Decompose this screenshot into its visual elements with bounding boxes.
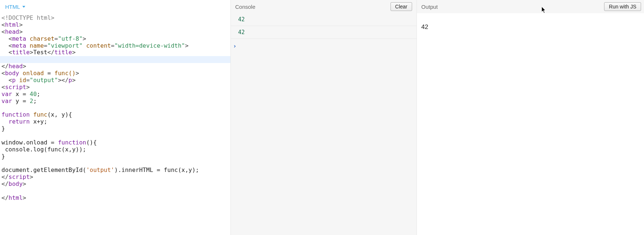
code-line: window.onload = function(){: [1, 139, 229, 146]
code-line: <head>: [1, 29, 229, 36]
code-line: [1, 160, 229, 167]
code-line: <meta charset="utf-8">: [1, 36, 229, 43]
code-line: <html>: [1, 22, 229, 29]
output-header: Output Run with JS: [417, 0, 644, 13]
code-line: <script>: [1, 84, 229, 91]
chevron-down-icon: [22, 6, 25, 8]
code-line: var y = 2;: [1, 98, 229, 105]
editor-header: HTML: [0, 0, 230, 13]
code-line: <title>Test</title>: [1, 49, 229, 56]
editor-panel: HTML <!DOCTYPE html><html><head> <meta c…: [0, 0, 231, 235]
code-line: </html>: [1, 195, 229, 202]
output-body: 42: [417, 13, 644, 35]
code-line: }: [1, 125, 229, 132]
console-log-line: 42: [231, 26, 417, 39]
code-line: return x+y;: [1, 118, 229, 125]
code-line: function func(x, y){: [1, 111, 229, 118]
code-line: <!DOCTYPE html>: [1, 15, 229, 22]
code-line: <p id="output"></p>: [1, 77, 229, 84]
run-with-js-button[interactable]: Run with JS: [604, 2, 641, 11]
app-root: HTML <!DOCTYPE html><html><head> <meta c…: [0, 0, 644, 235]
output-panel: Output Run with JS 42: [417, 0, 644, 235]
code-line: console.log(func(x,y));: [1, 146, 229, 153]
code-line: [0, 56, 230, 63]
output-title: Output: [421, 4, 438, 10]
code-line: </script>: [1, 174, 229, 181]
console-header: Console Clear: [231, 0, 417, 13]
code-line: var x = 40;: [1, 91, 229, 98]
console-title: Console: [235, 4, 255, 10]
editor-tab-label: HTML: [5, 4, 20, 10]
code-line: }: [1, 153, 229, 160]
code-line: [1, 132, 229, 139]
code-editor[interactable]: <!DOCTYPE html><html><head> <meta charse…: [0, 13, 230, 205]
code-line: <meta name="viewport" content="width=dev…: [1, 43, 229, 49]
code-line: </body>: [1, 181, 229, 188]
editor-tab[interactable]: HTML: [5, 4, 25, 10]
console-body[interactable]: 4242›: [231, 13, 417, 235]
code-line: </head>: [1, 63, 229, 70]
code-line: document.getElementById('output').innerH…: [1, 167, 229, 174]
code-line: <body onload = func()>: [1, 70, 229, 77]
console-log-line: 42: [231, 13, 417, 26]
code-line: [1, 104, 229, 111]
clear-button[interactable]: Clear: [391, 2, 412, 11]
output-body-wrap: 42: [417, 13, 644, 235]
console-panel: Console Clear 4242›: [231, 0, 417, 235]
code-line: [1, 188, 229, 195]
console-prompt[interactable]: ›: [231, 39, 417, 53]
